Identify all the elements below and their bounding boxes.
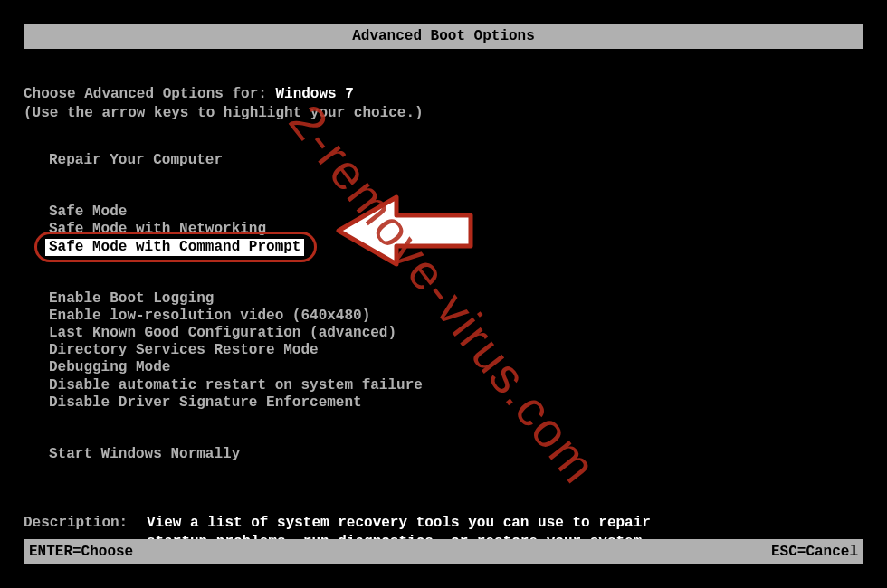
hint-line: (Use the arrow keys to highlight your ch… [24,104,863,123]
footer-bar: ENTER=Choose ESC=Cancel [24,539,863,564]
title-bar: Advanced Boot Options [24,24,863,49]
menu-group-safe-mode: Safe Mode Safe Mode with Networking Safe… [45,204,863,256]
choose-line: Choose Advanced Options for: Windows 7 [24,85,863,104]
choose-prefix: Choose Advanced Options for: [24,86,275,102]
menu-group-normal: Start Windows Normally [45,446,863,463]
description-line-1: View a list of system recovery tools you… [147,514,651,533]
menu-item-disable-driver-sig[interactable]: Disable Driver Signature Enforcement [45,394,366,412]
footer-enter: ENTER=Choose [29,542,133,562]
menu-item-safe-mode[interactable]: Safe Mode [45,204,130,221]
menu-item-last-known-good[interactable]: Last Known Good Configuration (advanced) [45,325,400,342]
menu-item-debugging-mode[interactable]: Debugging Mode [45,359,174,376]
footer-esc: ESC=Cancel [771,542,858,562]
menu-item-disable-auto-restart[interactable]: Disable automatic restart on system fail… [45,377,426,394]
menu-item-safe-mode-networking[interactable]: Safe Mode with Networking [45,221,270,238]
content-area: Choose Advanced Options for: Windows 7 (… [0,85,887,551]
menu-group-repair: Repair Your Computer [45,152,863,169]
menu-item-low-res-video[interactable]: Enable low-resolution video (640x480) [45,308,374,325]
os-name: Windows 7 [275,86,353,102]
menu-item-safe-mode-command-prompt[interactable]: Safe Mode with Command Prompt [45,239,304,256]
title-text: Advanced Boot Options [352,28,535,44]
menu-item-directory-services-restore[interactable]: Directory Services Restore Mode [45,342,322,359]
boot-menu[interactable]: Repair Your Computer Safe Mode Safe Mode… [45,152,863,463]
menu-item-repair-your-computer[interactable]: Repair Your Computer [45,152,226,169]
menu-item-enable-boot-logging[interactable]: Enable Boot Logging [45,290,217,308]
menu-group-advanced: Enable Boot Logging Enable low-resolutio… [45,290,863,412]
menu-item-start-normally[interactable]: Start Windows Normally [45,446,243,463]
